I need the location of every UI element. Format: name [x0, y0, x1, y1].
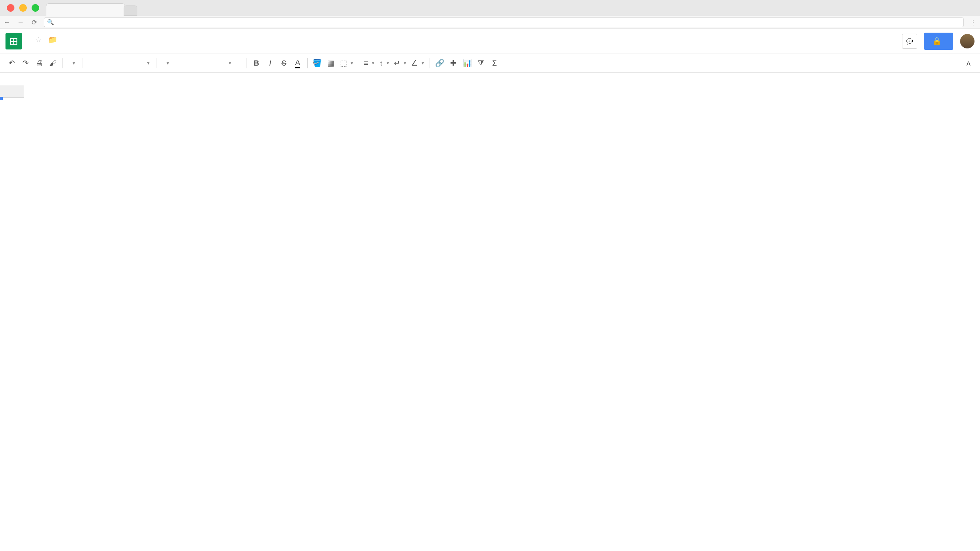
collapse-toolbar-button[interactable]: ʌ	[962, 57, 975, 69]
zoom-dropdown[interactable]: ▼	[66, 57, 79, 69]
menu-edit[interactable]	[38, 46, 46, 47]
comment-icon: 💬	[906, 38, 913, 45]
menu-format[interactable]	[65, 46, 73, 47]
lock-icon: 🔒	[932, 37, 942, 46]
percent-button[interactable]	[100, 57, 112, 69]
paint-format-button[interactable]: 🖌	[47, 57, 59, 69]
menu-addons[interactable]	[91, 46, 100, 47]
print-button[interactable]: 🖨	[33, 57, 45, 69]
close-window-icon[interactable]	[7, 4, 14, 12]
text-wrap-button[interactable]: ↵▼	[393, 57, 408, 69]
select-all-cells[interactable]	[0, 85, 24, 97]
formula-bar	[0, 73, 980, 85]
text-color-button[interactable]: A	[291, 57, 304, 69]
chrome-menu-icon[interactable]: ⋮	[969, 18, 977, 27]
functions-button[interactable]: Σ	[488, 57, 501, 69]
currency-button[interactable]	[86, 57, 98, 69]
insert-comment-button[interactable]: ✚	[447, 57, 460, 69]
undo-button[interactable]: ↶	[5, 57, 18, 69]
browser-tab[interactable]	[46, 3, 125, 16]
search-icon: 🔍	[47, 19, 54, 25]
decrease-decimal-button[interactable]	[113, 57, 126, 69]
insert-chart-button[interactable]: 📊	[461, 57, 473, 69]
menu-file[interactable]	[29, 46, 37, 47]
maximize-window-icon[interactable]	[32, 4, 39, 12]
text-rotate-button[interactable]: ∠▼	[410, 57, 426, 69]
browser-chrome	[0, 0, 980, 16]
url-input[interactable]: 🔍	[44, 18, 964, 27]
share-button[interactable]: 🔒	[924, 33, 953, 50]
menu-help[interactable]	[100, 46, 108, 47]
comments-button[interactable]: 💬	[902, 33, 917, 49]
filter-button[interactable]: ⧩	[474, 57, 487, 69]
menu-bar	[29, 46, 902, 47]
v-align-button[interactable]: ↕▼	[378, 57, 391, 69]
traffic-lights	[3, 4, 39, 12]
bold-button[interactable]: B	[250, 57, 262, 69]
folder-icon[interactable]: 📁	[48, 35, 57, 44]
font-dropdown[interactable]: ▼	[161, 57, 215, 69]
forward-button[interactable]: →	[16, 18, 25, 27]
redo-button[interactable]: ↷	[19, 57, 32, 69]
insert-link-button[interactable]: 🔗	[433, 57, 446, 69]
sheets-logo-icon[interactable]	[5, 33, 22, 49]
toolbar: ↶ ↷ 🖨 🖌 ▼ ▼ ▼ ▼ B I S A 🪣 ▦ ⬚▼ ≡▼ ↕▼ ↵▼ …	[0, 54, 980, 73]
merge-cells-button[interactable]: ⬚▼	[339, 57, 355, 69]
user-avatar[interactable]	[960, 34, 975, 48]
fill-color-button[interactable]: 🪣	[311, 57, 323, 69]
browser-tab-bar	[46, 0, 137, 16]
menu-view[interactable]	[47, 46, 55, 47]
italic-button[interactable]: I	[264, 57, 277, 69]
number-format-dropdown[interactable]: ▼	[141, 57, 153, 69]
menu-insert[interactable]	[56, 46, 64, 47]
increase-decimal-button[interactable]	[127, 57, 139, 69]
new-tab-button[interactable]	[124, 5, 137, 16]
font-size-dropdown[interactable]: ▼	[223, 57, 243, 69]
selection-overlay	[0, 97, 2, 100]
reload-button[interactable]: ⟳	[30, 18, 38, 27]
borders-button[interactable]: ▦	[325, 57, 337, 69]
menu-tools[interactable]	[83, 46, 91, 47]
url-bar: ← → ⟳ 🔍 ⋮	[0, 16, 980, 29]
star-icon[interactable]: ☆	[35, 35, 42, 44]
docs-header: ☆ 📁 💬 🔒	[0, 29, 980, 54]
back-button[interactable]: ←	[3, 18, 11, 27]
strikethrough-button[interactable]: S	[278, 57, 290, 69]
minimize-window-icon[interactable]	[19, 4, 27, 12]
menu-data[interactable]	[73, 46, 82, 47]
h-align-button[interactable]: ≡▼	[363, 57, 377, 69]
